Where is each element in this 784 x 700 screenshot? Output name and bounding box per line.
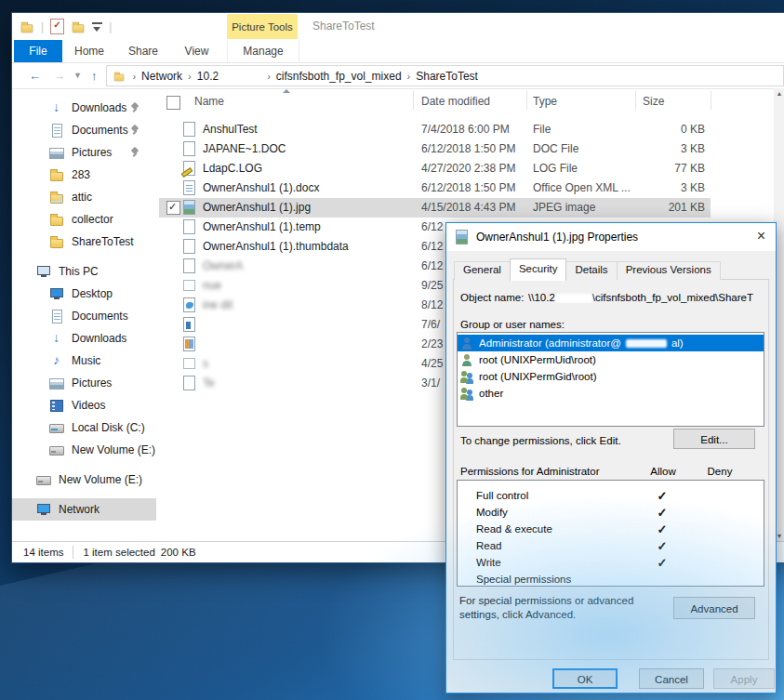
column-header-name[interactable]: Name	[194, 95, 224, 108]
folder-icon[interactable]	[72, 20, 85, 33]
sidebar-item[interactable]: Pictures	[12, 141, 156, 164]
breadcrumb-folder[interactable]: ShareToTest	[416, 70, 478, 83]
sidebar-item-label: collector	[72, 213, 113, 226]
pictures-icon	[49, 376, 64, 390]
close-icon[interactable]: ×	[757, 228, 765, 244]
sidebar-item[interactable]: collector	[12, 208, 156, 231]
dialog-tabs: General Security Details Previous Versio…	[454, 261, 720, 281]
select-all-checkbox[interactable]	[166, 96, 180, 110]
file-row[interactable]: AnshulTest 7/4/2018 6:00 PM File 0 KB	[159, 120, 711, 139]
file-date-modified: 9/25	[421, 279, 443, 292]
group-or-user-row[interactable]: root (UNIXPermGid\root)	[458, 368, 764, 385]
allow-checkmark-icon	[651, 506, 673, 520]
column-divider[interactable]	[635, 91, 636, 110]
breadcrumb[interactable]: › Network › 10.2 › cifsnfsboth_fp_vol_mi…	[106, 65, 784, 86]
tab-share[interactable]: Share	[116, 40, 170, 62]
object-name-value: \\10.2\cifsnfsboth_fp_vol_mixed\ShareT	[528, 292, 766, 303]
permission-row: Write	[458, 554, 764, 571]
window-title: ShareToTest	[312, 20, 375, 33]
sidebar-item[interactable]: Network	[12, 498, 156, 521]
sidebar-item[interactable]: New Volume (E:)	[12, 469, 156, 491]
permission-name: Special permissions	[476, 574, 571, 585]
group-or-user-list[interactable]: Administrator (administrator@ al) root (…	[457, 332, 764, 427]
sidebar-item-label: Documents	[72, 310, 128, 323]
jpeg-file-icon	[456, 230, 468, 244]
sidebar-item[interactable]: ShareToTest	[12, 231, 156, 253]
thispc-icon	[36, 264, 51, 279]
tab-view[interactable]: View	[170, 40, 223, 62]
sidebar-item[interactable]: Pictures	[12, 372, 156, 394]
recent-locations-chevron-icon[interactable]: ▼	[73, 72, 82, 80]
pictures-icon	[49, 145, 64, 160]
sidebar-item-label: Documents	[72, 124, 128, 137]
dialog-tab[interactable]: Details	[565, 261, 617, 280]
selection-size: 200 KB	[161, 547, 196, 558]
tab-file[interactable]: File	[14, 40, 62, 62]
column-header-type[interactable]: Type	[533, 95, 557, 108]
properties-check-icon[interactable]	[50, 19, 64, 34]
sidebar-item[interactable]: Videos	[12, 394, 156, 416]
log-icon	[183, 161, 195, 176]
group-or-user-row[interactable]: Administrator (administrator@ al)	[458, 335, 764, 351]
contextual-tab-picture-tools[interactable]: Picture Tools	[227, 14, 298, 39]
cancel-button[interactable]: Cancel	[639, 668, 704, 689]
tab-home[interactable]: Home	[62, 40, 116, 62]
sidebar-item[interactable]: Documents	[12, 119, 156, 141]
folder-icon	[113, 71, 125, 82]
pin-icon	[129, 147, 140, 158]
chevron-icon: ›	[267, 71, 271, 82]
dialog-title: OwnerAnshul1 (1).jpg Properties	[476, 231, 638, 244]
apply-button[interactable]: Apply	[713, 668, 775, 689]
file-row[interactable]: OwnerAnshul1 (1).jpg 4/15/2018 4:43 PM J…	[159, 198, 711, 218]
sidebar-item[interactable]: Local Disk (C:)	[12, 416, 156, 439]
file-row[interactable]: LdapC.LOG 4/27/2020 2:38 PM LOG File 77 …	[159, 159, 711, 178]
sidebar-item[interactable]: This PC	[12, 260, 156, 283]
group-or-user-row[interactable]: other	[458, 385, 764, 402]
pin-icon	[129, 102, 140, 113]
permission-name: Write	[476, 557, 501, 568]
column-divider[interactable]	[711, 91, 711, 110]
dialog-tab[interactable]: Security	[510, 258, 567, 281]
breadcrumb-share[interactable]: cifsnfsboth_fp_vol_mixed	[276, 70, 402, 83]
column-divider[interactable]	[413, 91, 414, 110]
sidebar-item[interactable]: Documents	[12, 305, 156, 327]
sidebar-item[interactable]: Downloads	[12, 327, 156, 350]
videos-icon	[49, 398, 64, 413]
redaction-blur	[626, 339, 667, 348]
folder-icon[interactable]	[20, 20, 33, 33]
edit-button[interactable]: Edit...	[673, 429, 755, 449]
back-icon[interactable]: ←	[29, 70, 41, 82]
file-name: OwnerA	[203, 259, 243, 272]
sidebar-item-label: attic	[72, 191, 92, 204]
breadcrumb-server[interactable]: 10.2	[197, 70, 261, 83]
sidebar-item[interactable]: Downloads	[12, 97, 156, 119]
allow-column-label: Allow	[646, 466, 680, 477]
dialog-tab[interactable]: General	[454, 261, 511, 280]
up-icon[interactable]: ↑	[91, 70, 98, 82]
desktop: | | Picture Tools ShareToTest File Home …	[0, 0, 784, 700]
ok-button[interactable]: OK	[552, 668, 618, 689]
file-row[interactable]: JAPANE~1.DOC 6/12/2018 1:50 PM DOC File …	[159, 139, 711, 159]
customize-quick-access-icon[interactable]	[92, 22, 102, 33]
permission-name: Full control	[476, 490, 528, 501]
tab-manage[interactable]: Manage	[227, 40, 299, 62]
column-divider[interactable]	[526, 91, 527, 110]
sidebar-item[interactable]: New Volume (E:)	[12, 439, 156, 461]
sidebar-item[interactable]: 283	[12, 164, 156, 186]
dialog-tab[interactable]: Previous Versions	[617, 261, 721, 280]
row-checkbox[interactable]	[166, 201, 180, 215]
column-header-date-modified[interactable]: Date modified	[421, 95, 490, 108]
file-name: OwnerAnshul1 (1).temp	[203, 220, 321, 233]
forward-icon[interactable]: →	[53, 70, 65, 82]
file-icon	[183, 258, 195, 273]
advanced-button[interactable]: Advanced	[673, 597, 755, 619]
file-row[interactable]: OwnerAnshul1 (1).docx 6/12/2018 1:50 PM …	[159, 178, 711, 198]
breadcrumb-network[interactable]: Network	[141, 70, 182, 83]
allow-checkmark-icon	[651, 522, 673, 536]
dialog-title-bar: OwnerAnshul1 (1).jpg Properties ×	[446, 223, 776, 251]
column-header-size[interactable]: Size	[643, 95, 664, 108]
sidebar-item[interactable]: attic	[12, 186, 156, 208]
sidebar-item[interactable]: Desktop	[12, 283, 156, 305]
group-or-user-row[interactable]: root (UNIXPermUid\root)	[458, 351, 764, 368]
sidebar-item[interactable]: Music	[12, 350, 156, 372]
